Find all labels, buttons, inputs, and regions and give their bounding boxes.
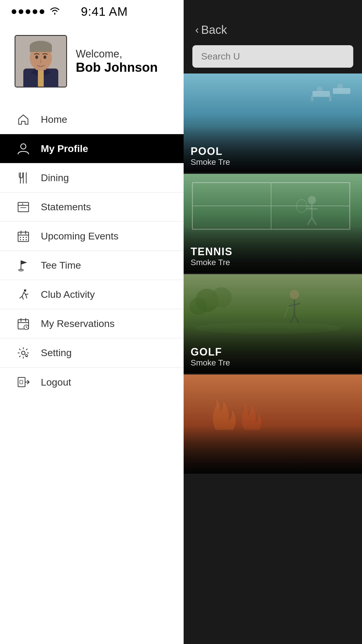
sidebar-item-tee-time[interactable]: Tee Time [0, 251, 184, 280]
status-time: 9:41 AM [81, 5, 128, 19]
svg-point-49 [337, 84, 343, 90]
svg-point-39 [22, 351, 25, 355]
home-icon [15, 113, 32, 126]
card-tennis-title: TENNIS [191, 246, 233, 258]
svg-line-57 [312, 218, 316, 225]
svg-point-10 [43, 55, 46, 59]
sidebar-item-my-profile[interactable]: My Profile [0, 134, 184, 163]
logout-icon [15, 376, 32, 388]
sidebar-item-home[interactable]: Home [0, 105, 184, 134]
sidebar-item-label-dining: Dining [41, 172, 69, 183]
sidebar-item-statements[interactable]: $ Statements [0, 192, 184, 222]
signal-dot-5 [40, 9, 44, 14]
signal-dot-4 [33, 9, 37, 14]
golf-flag-icon [15, 259, 32, 272]
welcome-name: Bob Johnson [76, 60, 158, 75]
card-last-overlay [184, 427, 362, 474]
sidebar-item-label-setting: Setting [41, 347, 72, 358]
sidebar-item-my-reservations[interactable]: My Reservations [0, 309, 184, 338]
svg-line-67 [294, 315, 299, 323]
sidebar-item-label-my-profile: My Profile [41, 143, 88, 154]
svg-text:$: $ [22, 203, 23, 206]
svg-point-63 [290, 290, 299, 299]
signal-dot-2 [19, 9, 23, 14]
card-tennis-content: TENNIS Smoke Tre [191, 246, 233, 267]
right-panel: ‹ Back POOL Smo [184, 0, 362, 644]
back-label: Back [201, 23, 227, 36]
welcome-text: Welcome, Bob Johnson [76, 48, 158, 75]
wifi-icon [50, 7, 60, 17]
svg-line-56 [307, 218, 312, 225]
svg-point-11 [21, 144, 26, 149]
running-icon [15, 288, 32, 301]
card-pool[interactable]: POOL Smoke Tre [184, 74, 362, 173]
svg-point-23 [20, 237, 21, 238]
right-header: ‹ Back [184, 0, 362, 42]
nav-menu: Home My Profile Dining [0, 105, 184, 644]
svg-point-48 [317, 87, 323, 92]
card-pool-title: POOL [191, 145, 230, 158]
avatar [15, 35, 67, 88]
card-golf-title: GOLF [191, 346, 230, 358]
signal-dot-1 [12, 9, 16, 14]
back-button[interactable]: ‹ Back [195, 23, 227, 36]
svg-rect-43 [20, 380, 23, 384]
sidebar-item-club-activity[interactable]: Club Activity [0, 280, 184, 309]
sidebar-item-label-statements: Statements [41, 201, 91, 213]
sidebar-item-setting[interactable]: Setting [0, 338, 184, 368]
svg-point-26 [20, 239, 21, 240]
svg-point-27 [23, 239, 24, 240]
card-golf[interactable]: GOLF Smoke Tre [184, 274, 362, 373]
status-bar: 9:41 AM [0, 0, 184, 23]
svg-point-61 [211, 287, 232, 308]
svg-point-25 [26, 237, 27, 238]
sidebar-item-dining[interactable]: Dining [0, 163, 184, 192]
svg-rect-47 [329, 95, 331, 101]
welcome-header: Welcome, Bob Johnson [0, 23, 184, 93]
svg-point-9 [35, 55, 38, 59]
sidebar-item-logout[interactable]: Logout [0, 368, 184, 397]
sidebar-item-label-tee-time: Tee Time [41, 260, 81, 271]
calendar-icon [15, 230, 32, 243]
welcome-greeting: Welcome, [76, 48, 158, 60]
card-golf-subtitle: Smoke Tre [191, 358, 230, 368]
chevron-left-icon: ‹ [195, 24, 199, 36]
statements-icon: $ [15, 201, 32, 214]
card-tennis[interactable]: TENNIS Smoke Tre [184, 174, 362, 273]
svg-rect-2 [38, 68, 44, 88]
svg-rect-8 [30, 46, 52, 52]
sidebar-item-label-upcoming-events: Upcoming Events [41, 230, 118, 242]
sidebar-item-upcoming-events[interactable]: Upcoming Events [0, 222, 184, 251]
card-pool-content: POOL Smoke Tre [191, 145, 230, 167]
svg-point-24 [23, 237, 24, 238]
cards-list: POOL Smoke Tre [184, 74, 362, 644]
left-panel: 9:41 AM [0, 0, 184, 644]
signal-dots [12, 9, 44, 14]
card-golf-content: GOLF Smoke Tre [191, 346, 230, 368]
svg-point-62 [189, 298, 207, 315]
svg-point-28 [26, 239, 27, 240]
svg-point-31 [24, 289, 26, 292]
svg-rect-46 [311, 95, 313, 101]
search-bar[interactable] [192, 45, 353, 68]
person-icon [15, 142, 32, 155]
signal-dot-3 [26, 9, 30, 14]
card-tennis-subtitle: Smoke Tre [191, 258, 233, 267]
svg-line-68 [284, 306, 289, 318]
card-pool-subtitle: Smoke Tre [191, 158, 230, 167]
gear-icon [15, 346, 32, 359]
sidebar-item-label-club-activity: Club Activity [41, 289, 95, 300]
sidebar-item-label-my-reservations: My Reservations [41, 318, 115, 329]
svg-rect-41 [18, 377, 25, 387]
sidebar-item-label-home: Home [41, 114, 67, 125]
svg-line-66 [290, 315, 294, 323]
svg-point-53 [308, 196, 316, 204]
sidebar-item-label-logout: Logout [41, 377, 71, 388]
card-last[interactable] [184, 374, 362, 474]
search-input[interactable] [201, 51, 345, 62]
reservations-icon [15, 317, 32, 330]
dining-icon [15, 172, 32, 184]
